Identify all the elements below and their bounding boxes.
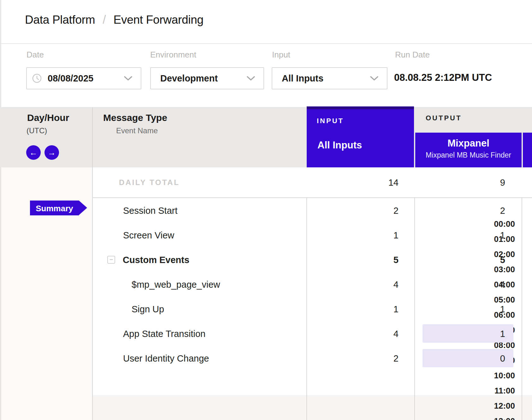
output-column-header-next-partial[interactable] bbox=[523, 133, 532, 167]
input-column-header[interactable]: INPUT All Inputs bbox=[307, 106, 414, 167]
output-count: 1 bbox=[442, 329, 505, 339]
next-day-button[interactable]: → bbox=[44, 145, 59, 160]
daily-total-output-count: 9 bbox=[442, 177, 505, 188]
table-row-app-state-transition: App State Transition 4 1 bbox=[93, 321, 532, 346]
environment-filter-label: Environment bbox=[150, 50, 196, 60]
output-count: 4 bbox=[442, 279, 505, 290]
date-filter-label: Date bbox=[27, 50, 44, 60]
environment-dropdown[interactable]: Development bbox=[150, 67, 264, 89]
hour-row-13[interactable]: 13:00 bbox=[464, 416, 515, 420]
day-hour-column-title: Day/Hour bbox=[27, 112, 69, 123]
output-count: 5 bbox=[442, 255, 505, 265]
output-column-subtitle: Mixpanel MB Music Finder bbox=[415, 151, 522, 159]
input-section-label: INPUT bbox=[317, 117, 344, 125]
output-column-header-mixpanel[interactable]: Mixpanel Mixpanel MB Music Finder bbox=[415, 133, 522, 167]
table-row-session-start: Session Start 2 2 bbox=[93, 198, 532, 223]
input-count: 4 bbox=[335, 279, 399, 290]
previous-day-button[interactable]: ← bbox=[26, 145, 41, 160]
output-count: 2 bbox=[442, 206, 505, 216]
event-name-subtitle: Event Name bbox=[116, 126, 158, 135]
event-label: Sign Up bbox=[132, 304, 164, 315]
breadcrumb-data-platform[interactable]: Data Platform bbox=[25, 13, 95, 27]
event-label: App State Transition bbox=[123, 329, 205, 339]
event-forwarding-page: Data Platform / Event Forwarding Date En… bbox=[0, 0, 532, 420]
chevron-down-icon bbox=[124, 75, 133, 81]
breadcrumb-event-forwarding[interactable]: Event Forwarding bbox=[114, 13, 204, 27]
collapse-toggle-icon[interactable]: − bbox=[107, 256, 115, 264]
input-filter-label: Input bbox=[272, 50, 290, 60]
input-dropdown[interactable]: All Inputs bbox=[272, 67, 387, 89]
output-column-name: Mixpanel bbox=[415, 138, 522, 149]
table-row-sign-up: Sign Up 1 1 bbox=[93, 297, 532, 321]
event-label: Session Start bbox=[123, 206, 177, 216]
table-row-custom-events: − Custom Events 5 5 bbox=[93, 247, 532, 272]
input-value: All Inputs bbox=[282, 73, 323, 84]
daily-total-row: DAILY TOTAL 14 9 bbox=[93, 167, 532, 198]
hour-row-12[interactable]: 12:00 bbox=[464, 401, 515, 411]
input-count: 2 bbox=[335, 353, 399, 364]
input-column-accent-strip bbox=[307, 106, 414, 109]
summary-badge-label: Summary bbox=[30, 204, 79, 213]
input-count: 5 bbox=[335, 255, 399, 265]
input-count: 1 bbox=[335, 304, 399, 315]
message-type-column-title: Message Type bbox=[103, 112, 167, 123]
summary-row-selector[interactable]: Summary bbox=[30, 201, 87, 215]
day-hour-timezone: (UTC) bbox=[27, 126, 47, 135]
table-row-screen-view: Screen View 1 1 bbox=[93, 223, 532, 247]
input-column-name: All Inputs bbox=[317, 140, 362, 151]
breadcrumb-separator: / bbox=[103, 13, 106, 27]
event-label: Screen View bbox=[123, 230, 174, 241]
input-count: 4 bbox=[335, 329, 399, 339]
run-date-label: Run Date bbox=[395, 50, 430, 60]
event-label: Custom Events bbox=[123, 255, 189, 265]
output-count: 1 bbox=[442, 230, 505, 241]
event-label: $mp_web_page_view bbox=[132, 279, 220, 290]
chevron-down-icon bbox=[246, 75, 255, 81]
hour-row-11[interactable]: 11:00 bbox=[464, 386, 515, 396]
event-label: User Identity Change bbox=[123, 353, 209, 364]
hour-row-10[interactable]: 10:00 bbox=[464, 371, 515, 381]
daily-total-label: DAILY TOTAL bbox=[119, 178, 180, 187]
output-count: 0 bbox=[442, 353, 505, 364]
arrow-left-icon: ← bbox=[29, 148, 38, 157]
run-date-value: 08.08.25 2:12PM UTC bbox=[394, 72, 492, 83]
output-section-label: OUTPUT bbox=[426, 114, 462, 122]
date-dropdown[interactable]: 08/08/2025 bbox=[26, 67, 141, 89]
breadcrumb: Data Platform / Event Forwarding bbox=[25, 13, 204, 27]
environment-value: Development bbox=[160, 73, 218, 84]
input-count: 2 bbox=[335, 206, 399, 216]
header-divider bbox=[0, 43, 532, 44]
table-row-user-identity-change: User Identity Change 2 0 bbox=[93, 346, 532, 370]
clock-icon bbox=[32, 73, 42, 83]
chevron-down-icon bbox=[370, 75, 379, 81]
input-count: 1 bbox=[335, 230, 399, 241]
table-row-mp-web-page-view: $mp_web_page_view 4 4 bbox=[93, 272, 532, 297]
arrow-right-icon: → bbox=[48, 148, 56, 157]
output-count: 1 bbox=[442, 304, 505, 315]
date-value: 08/08/2025 bbox=[48, 73, 93, 84]
daily-total-input-count: 14 bbox=[335, 177, 399, 188]
summary-badge-arrow bbox=[79, 201, 87, 215]
